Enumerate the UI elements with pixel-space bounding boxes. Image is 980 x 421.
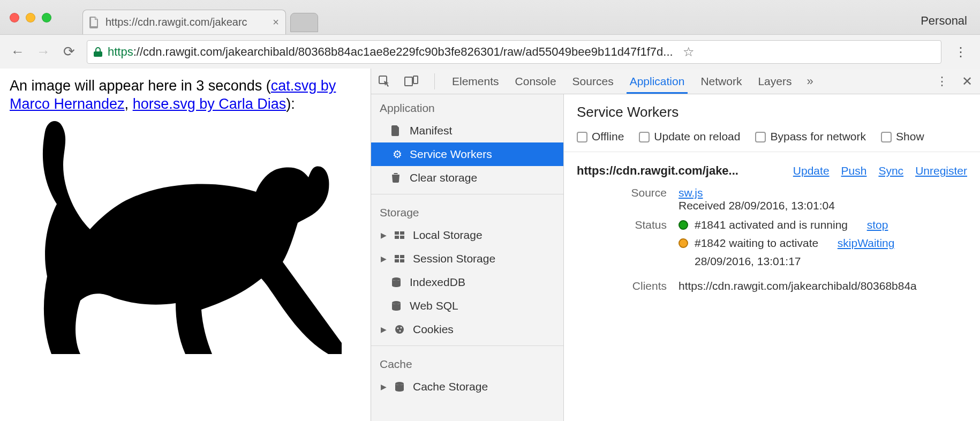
svg-point-3	[392, 277, 401, 281]
devtools-tab-layers[interactable]: Layers	[757, 70, 793, 93]
new-tab-button[interactable]	[290, 13, 318, 32]
file-icon	[391, 125, 403, 136]
sidebar-item-service-workers[interactable]: ⚙ Service Workers	[371, 142, 563, 166]
status-dot-green-icon	[679, 220, 688, 230]
status-row: 28/09/2016, 13:01:17	[695, 255, 967, 268]
expand-icon[interactable]: ▶	[381, 325, 388, 334]
page-content: An image will appear here in 3 seconds (…	[0, 69, 371, 421]
database-icon	[391, 277, 403, 287]
status-dot-orange-icon	[679, 238, 688, 248]
bookmark-star-icon[interactable]: ☆	[683, 44, 695, 59]
devtools: Elements Console Sources Application Net…	[371, 69, 980, 421]
devtools-tab-elements[interactable]: Elements	[451, 70, 500, 93]
sw-origin: https://cdn.rawgit.com/jake...	[577, 164, 738, 178]
window-controls	[10, 13, 51, 22]
application-sidebar: Application Manifest ⚙ Service Workers C…	[371, 94, 564, 421]
sidebar-item-cache-storage[interactable]: ▶ Cache Storage	[371, 375, 563, 399]
database-icon	[391, 301, 403, 311]
svg-rect-1	[405, 77, 412, 86]
option-update-on-reload[interactable]: Update on reload	[639, 130, 740, 143]
inspect-element-icon[interactable]	[379, 76, 390, 87]
option-show[interactable]: Show	[881, 130, 924, 143]
sidebar-item-label: Cookies	[413, 323, 454, 336]
action-unregister[interactable]: Unregister	[915, 164, 967, 177]
device-toggle-icon[interactable]	[404, 76, 418, 87]
devtools-tab-network[interactable]: Network	[699, 70, 743, 93]
sidebar-group-application: Application	[371, 94, 563, 119]
fullscreen-window-button[interactable]	[42, 13, 51, 22]
checkbox-icon[interactable]	[639, 132, 650, 142]
svg-point-6	[397, 328, 399, 329]
option-bypass-for-network[interactable]: Bypass for network	[755, 130, 866, 143]
source-file-link[interactable]: sw.js	[679, 186, 703, 199]
sidebar-item-manifest[interactable]: Manifest	[371, 119, 563, 142]
grid-icon	[395, 231, 406, 239]
page-comma: ,	[125, 96, 133, 112]
devtools-close-icon[interactable]: ✕	[962, 74, 973, 89]
reload-button[interactable]: ⟳	[61, 43, 77, 60]
url-text: https://cdn.rawgit.com/jakearchibald/803…	[108, 45, 673, 59]
option-offline[interactable]: Offline	[577, 130, 624, 143]
address-bar[interactable]: https://cdn.rawgit.com/jakearchibald/803…	[87, 40, 941, 64]
browser-toolbar: ← → ⟳ https://cdn.rawgit.com/jakearchiba…	[0, 34, 980, 69]
svg-rect-2	[413, 76, 418, 84]
panel-options: Offline Update on reload Bypass for netw…	[564, 127, 980, 152]
svg-point-5	[395, 325, 404, 334]
source-received: Received 28/09/2016, 13:01:04	[679, 199, 835, 212]
tab-close-icon[interactable]: ×	[273, 16, 279, 28]
checkbox-icon[interactable]	[881, 132, 892, 142]
checkbox-icon[interactable]	[577, 132, 587, 142]
expand-icon[interactable]: ▶	[381, 254, 388, 263]
link-horse-svg[interactable]: horse.svg by Carla Dias	[133, 96, 287, 112]
status-action-skipwaiting[interactable]: skipWaiting	[838, 237, 895, 250]
back-button[interactable]: ←	[10, 43, 26, 60]
checkbox-icon[interactable]	[755, 132, 766, 142]
clients-value: https://cdn.rawgit.com/jakearchibald/803…	[679, 280, 967, 292]
minimize-window-button[interactable]	[26, 13, 35, 22]
tab-title: https://cdn.rawgit.com/jakearc	[105, 16, 247, 28]
sidebar-item-label: Manifest	[410, 124, 452, 137]
sidebar-item-clear-storage[interactable]: Clear storage	[371, 166, 563, 190]
gear-icon: ⚙	[391, 148, 403, 161]
status-sub-timestamp: 28/09/2016, 13:01:17	[695, 255, 801, 268]
browser-tab[interactable]: https://cdn.rawgit.com/jakearc ×	[82, 10, 286, 34]
cat-image	[10, 116, 361, 372]
status-action-stop[interactable]: stop	[867, 219, 888, 231]
devtools-tab-console[interactable]: Console	[514, 70, 557, 93]
profile-label[interactable]: Personal	[921, 14, 967, 28]
label-status: Status	[577, 219, 679, 231]
status-text: #1841 activated and is running	[695, 219, 848, 231]
expand-icon[interactable]: ▶	[381, 382, 388, 391]
expand-icon[interactable]: ▶	[381, 231, 388, 239]
close-window-button[interactable]	[10, 13, 19, 22]
forward-button[interactable]: →	[35, 43, 51, 60]
label-source: Source	[577, 186, 679, 199]
devtools-tabs-overflow-icon[interactable]: »	[806, 74, 813, 88]
action-push[interactable]: Push	[841, 164, 867, 177]
devtools-tab-bar: Elements Console Sources Application Net…	[371, 69, 980, 94]
sidebar-item-cookies[interactable]: ▶ Cookies	[371, 318, 563, 341]
label-clients: Clients	[577, 280, 679, 292]
sidebar-item-indexeddb[interactable]: IndexedDB	[371, 270, 563, 294]
svg-point-7	[401, 327, 402, 329]
sidebar-item-label: Service Workers	[410, 148, 492, 161]
action-sync[interactable]: Sync	[878, 164, 903, 177]
service-workers-panel: Service Workers Offline Update on reload…	[564, 94, 980, 421]
browser-menu-icon[interactable]: ⋮	[951, 44, 970, 59]
sidebar-item-label: Clear storage	[410, 171, 477, 184]
action-update[interactable]: Update	[793, 164, 830, 177]
devtools-menu-icon[interactable]: ⋮	[936, 74, 948, 88]
tab-bar: https://cdn.rawgit.com/jakearc × Persona…	[0, 0, 980, 34]
devtools-tab-sources[interactable]: Sources	[571, 70, 615, 93]
devtools-tab-application[interactable]: Application	[629, 70, 686, 93]
svg-point-4	[392, 301, 401, 304]
sidebar-item-label: IndexedDB	[410, 276, 465, 289]
sidebar-item-local-storage[interactable]: ▶ Local Storage	[371, 223, 563, 247]
trash-icon	[391, 173, 403, 183]
sidebar-item-session-storage[interactable]: ▶ Session Storage	[371, 247, 563, 270]
sidebar-item-websql[interactable]: Web SQL	[371, 294, 563, 318]
browser-chrome: https://cdn.rawgit.com/jakearc × Persona…	[0, 0, 980, 69]
svg-point-8	[399, 330, 401, 332]
sidebar-item-label: Cache Storage	[413, 380, 488, 393]
lock-icon	[94, 47, 102, 57]
